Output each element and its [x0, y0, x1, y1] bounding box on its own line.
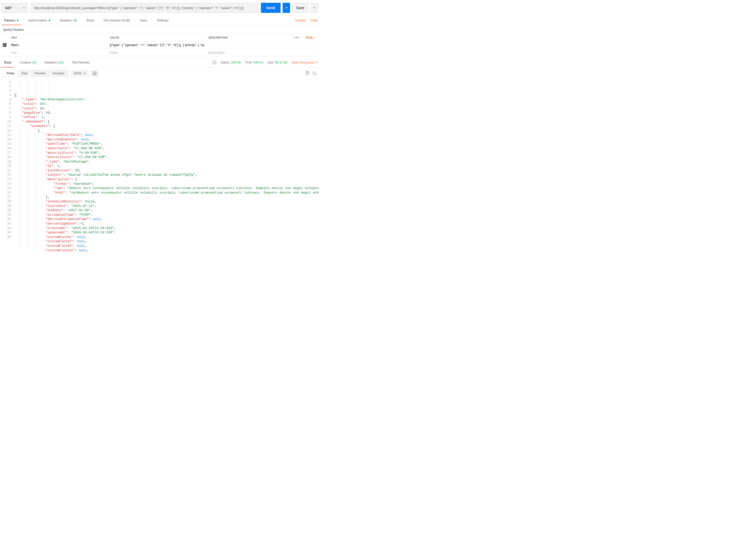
word-wrap-icon[interactable]: [91, 70, 99, 77]
tab-headers[interactable]: Headers(9): [57, 15, 79, 25]
time-info: Time: 545 ms: [245, 61, 263, 64]
size-info: Size: 85.31 KB: [267, 61, 287, 64]
resp-tab-testresults[interactable]: Test Results: [69, 58, 92, 67]
col-key: KEY: [9, 36, 108, 39]
tab-params[interactable]: Params: [1, 15, 21, 25]
active-dot-icon: [17, 20, 19, 21]
params-table: KEY VALUE DESCRIPTION ••• Bulk Edit ✓: [0, 33, 319, 57]
format-select[interactable]: JSON: [70, 70, 89, 76]
chevron-down-icon: [313, 7, 315, 8]
resp-tab-body[interactable]: Body: [1, 58, 14, 67]
active-dot-icon: [48, 20, 50, 21]
send-button[interactable]: Send: [261, 3, 281, 13]
view-preview[interactable]: Preview: [31, 70, 49, 76]
tab-tests[interactable]: Tests: [137, 15, 150, 25]
tab-body[interactable]: Body: [84, 15, 97, 25]
tab-prerequest[interactable]: Pre-request Script: [101, 15, 132, 25]
save-response-button[interactable]: Save Response: [291, 61, 318, 64]
col-description: DESCRIPTION: [206, 36, 289, 39]
more-options-icon[interactable]: •••: [289, 35, 304, 40]
svg-point-1: [313, 72, 316, 74]
resp-tab-headers[interactable]: Headers(15): [42, 58, 66, 67]
bulk-edit-link[interactable]: Bulk Edit: [304, 36, 319, 39]
status-info: Status: 200 OK: [221, 61, 241, 64]
tab-settings[interactable]: Settings: [154, 15, 171, 25]
http-method-select[interactable]: GET: [1, 3, 29, 13]
resp-tab-cookies[interactable]: Cookies(3): [17, 58, 39, 67]
cookies-link[interactable]: Cookies: [294, 19, 306, 22]
search-icon[interactable]: [313, 71, 317, 75]
tab-authorization[interactable]: Authorization: [26, 15, 53, 25]
save-button[interactable]: Save: [292, 3, 308, 13]
code-link[interactable]: Code: [310, 19, 318, 22]
view-mode-group: Pretty Raw Preview Visualize: [2, 69, 68, 77]
http-method-label: GET: [5, 6, 12, 10]
col-value: VALUE: [108, 36, 206, 39]
request-url-input[interactable]: http://localhost:3000/api/v3/work_packag…: [30, 3, 259, 13]
chevron-down-icon: [286, 7, 288, 8]
view-visualize[interactable]: Visualize: [49, 70, 68, 76]
globe-icon[interactable]: [213, 61, 217, 64]
copy-icon[interactable]: [305, 71, 309, 75]
chevron-down-icon: [316, 62, 318, 63]
param-value-input[interactable]: [110, 43, 204, 47]
param-checkbox[interactable]: ✓: [3, 43, 6, 47]
param-key-input[interactable]: [11, 43, 106, 47]
param-desc-input-new[interactable]: [208, 51, 287, 55]
chevron-down-icon: [84, 73, 86, 74]
query-params-heading: Query Params: [0, 25, 319, 33]
chevron-down-icon: [23, 7, 25, 8]
send-dropdown-button[interactable]: [283, 3, 290, 13]
param-value-input-new[interactable]: [110, 51, 204, 55]
line-gutter: 1234567891011121314151617181920212223242…: [0, 80, 14, 252]
view-raw[interactable]: Raw: [18, 70, 31, 76]
param-key-input-new[interactable]: [11, 51, 106, 55]
save-dropdown-button[interactable]: [310, 3, 318, 13]
view-pretty[interactable]: Pretty: [3, 70, 18, 76]
response-body-text[interactable]: { "_type": "WorkPackageCollection", "tot…: [14, 80, 319, 252]
svg-rect-0: [306, 72, 308, 75]
